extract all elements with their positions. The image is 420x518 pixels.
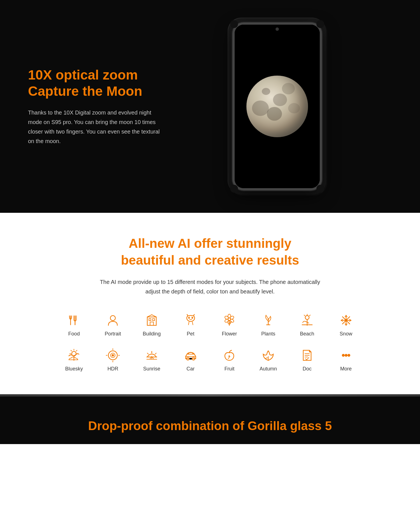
ai-icon-more: More	[328, 348, 364, 372]
phone-frame	[232, 22, 322, 190]
svg-point-11	[192, 317, 193, 318]
section-divider	[0, 394, 420, 396]
svg-point-18	[224, 315, 229, 320]
ai-icon-food: Food	[56, 313, 92, 337]
ai-icon-hdr: HDR	[95, 348, 131, 372]
fruit-label: Fruit	[224, 366, 234, 372]
fruit-icon	[222, 348, 237, 363]
ai-icons-row1: Food Portrait Building	[56, 313, 364, 337]
svg-rect-7	[149, 319, 151, 321]
svg-rect-9	[150, 322, 153, 325]
ai-title: All-new AI offer stunningly beautiful an…	[28, 235, 392, 269]
zoom-text-content: 10X optical zoom Capture the Moon Thanks…	[28, 67, 162, 146]
ai-icon-autumn: Autumn	[250, 348, 286, 372]
beach-label: Beach	[300, 331, 314, 337]
ai-icon-fruit: Fruit	[211, 348, 248, 372]
car-icon	[183, 348, 198, 363]
zoom-section: 10X optical zoom Capture the Moon Thanks…	[0, 0, 420, 213]
autumn-icon	[261, 348, 276, 363]
svg-line-43	[71, 350, 72, 351]
ai-section: All-new AI offer stunningly beautiful an…	[0, 213, 420, 394]
flower-label: Flower	[222, 331, 237, 337]
zoom-title: 10X optical zoom Capture the Moon	[28, 67, 162, 99]
svg-point-3	[110, 316, 115, 321]
building-icon	[144, 313, 159, 328]
svg-point-20	[305, 316, 309, 319]
car-label: Car	[186, 366, 195, 372]
plants-label: Plants	[261, 331, 275, 337]
bluesky-icon	[67, 348, 81, 363]
svg-line-53	[147, 353, 148, 354]
phone-side-button-left	[232, 53, 233, 64]
ai-icon-snow: Snow	[328, 313, 364, 337]
ai-icons-row2: Bluesky HDR	[56, 348, 364, 372]
svg-rect-4	[147, 317, 156, 325]
food-icon	[67, 313, 81, 328]
ai-icon-beach: Beach	[289, 313, 325, 337]
moon-image	[246, 76, 308, 137]
beach-icon	[300, 313, 314, 328]
ai-icon-portrait: Portrait	[95, 313, 131, 337]
flower-icon	[222, 313, 237, 328]
ai-icon-sunrise: Sunrise	[134, 348, 170, 372]
svg-point-70	[348, 354, 350, 356]
ai-icon-pet: Pet	[172, 313, 209, 337]
svg-line-41	[76, 350, 77, 351]
ai-subtitle: The AI mode provide up to 15 different m…	[98, 277, 322, 296]
sunrise-label: Sunrise	[143, 366, 160, 372]
pet-icon	[183, 313, 198, 328]
ai-icon-bluesky: Bluesky	[56, 348, 92, 372]
bluesky-label: Bluesky	[65, 366, 83, 372]
ai-icon-building: Building	[134, 313, 170, 337]
ai-icon-car: Car	[172, 348, 209, 372]
ai-icon-plants: Plants	[250, 313, 286, 337]
ai-icon-flower: Flower	[211, 313, 248, 337]
food-label: Food	[68, 331, 80, 337]
doc-label: Doc	[303, 366, 312, 372]
snow-icon	[339, 313, 353, 328]
phone-camera	[276, 27, 279, 31]
svg-point-68	[342, 354, 344, 356]
svg-line-24	[304, 315, 305, 316]
doc-icon	[300, 348, 314, 363]
phone-side-button-right	[321, 58, 322, 75]
gorilla-glass-section: Drop-proof combination of Gorilla glass …	[0, 396, 420, 444]
svg-point-10	[188, 317, 190, 318]
pet-label: Pet	[187, 331, 194, 337]
more-icon	[339, 348, 353, 363]
portrait-label: Portrait	[105, 331, 121, 337]
phone-display	[162, 22, 392, 190]
more-label: More	[340, 366, 352, 372]
snow-label: Snow	[340, 331, 352, 337]
building-label: Building	[143, 331, 161, 337]
svg-point-69	[345, 354, 347, 356]
svg-point-47	[112, 354, 114, 356]
zoom-description: Thanks to the 10X Digital zoom and evolv…	[28, 108, 162, 146]
phone-screen	[235, 25, 320, 188]
svg-rect-8	[153, 319, 155, 321]
gorilla-glass-title: Drop-proof combination of Gorilla glass …	[28, 419, 392, 433]
ai-icon-doc: Doc	[289, 348, 325, 372]
svg-line-23	[309, 315, 310, 316]
plants-icon	[261, 313, 276, 328]
hdr-label: HDR	[108, 366, 118, 372]
svg-line-54	[155, 353, 156, 354]
portrait-icon	[106, 313, 120, 328]
hdr-icon	[106, 348, 120, 363]
sunrise-icon	[144, 348, 159, 363]
autumn-label: Autumn	[260, 366, 277, 372]
